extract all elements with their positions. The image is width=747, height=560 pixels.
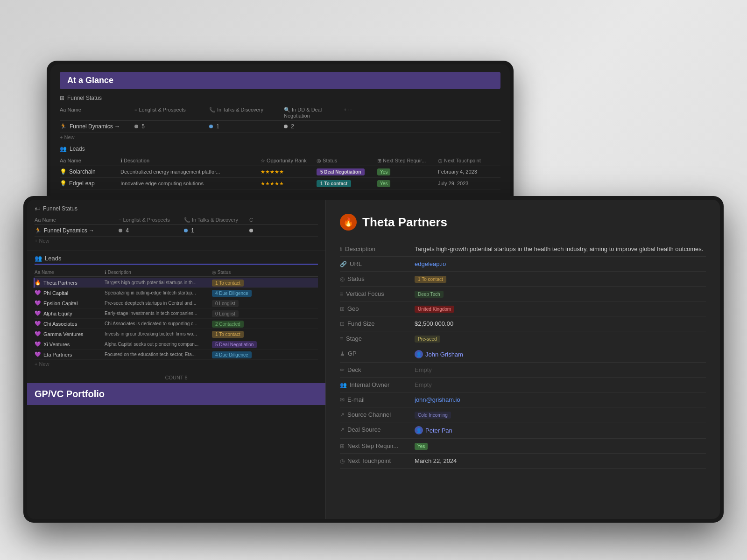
gp-icon: ♟ — [340, 350, 345, 357]
ft-table-header: Aa Name ≡ Longlist & Prospects 📞 In Talk… — [35, 216, 318, 225]
geo-badge: United Kingdom — [415, 306, 454, 313]
detail-internal-owner: 👥 Internal Owner Empty — [340, 378, 706, 392]
gp-person-link[interactable]: 👤 John Grisham — [415, 350, 706, 358]
phi-status: 4 Due Diligence — [212, 290, 252, 297]
info-icon: ℹ — [340, 246, 342, 252]
detail-deck: ✏ Deck Empty — [340, 363, 706, 378]
status-badge-edgeleap: 1 To contact — [317, 180, 351, 187]
gpvc-title: GP/VC Portfolio — [35, 389, 105, 399]
funnel-status-label: ⊞ Funnel Status — [60, 95, 500, 101]
source-icon: ↗ — [340, 412, 345, 418]
alpha-status: 0 Longlist — [212, 310, 239, 317]
fl-header: Aa Name ℹ Description ◎ Status — [35, 268, 318, 277]
status-badge-solarchain: 5 Deal Negotiation — [317, 168, 365, 175]
tablet-front-screen: 🏷 Funnel Status Aa Name ≡ Longlist & Pro… — [27, 200, 720, 519]
vertical-icon: ≡ — [340, 291, 343, 297]
link-icon: 🔗 — [340, 261, 347, 267]
next-step-icon: ⊞ — [340, 443, 345, 449]
detail-email: ✉ E-mail john@grisham.io — [340, 392, 706, 407]
tablet-back-screen: At a Glance ⊞ Funnel Status Aa Name ≡ Lo… — [50, 64, 510, 216]
tablet-back: At a Glance ⊞ Funnel Status Aa Name ≡ Lo… — [47, 61, 514, 219]
ft-funnel-label: 🏷 Funnel Status — [35, 205, 318, 212]
detail-geo: ⊞ Geo United Kingdom — [340, 301, 706, 316]
eta-status: 4 Due Diligence — [212, 351, 252, 358]
dot-5 — [134, 125, 138, 128]
partner-name: Theta Partners — [362, 215, 447, 230]
deck-icon: ✏ — [340, 367, 345, 373]
count-row: COUNT 8 — [27, 372, 325, 383]
detail-status: ◎ Status 1 To contact — [340, 272, 706, 287]
left-top-section: 🏷 Funnel Status Aa Name ≡ Longlist & Pro… — [27, 200, 325, 251]
leads-table-header: Aa Name ℹ Description ☆ Opportunity Rank… — [60, 156, 500, 166]
fund-icon: ⊡ — [340, 321, 345, 327]
leads-section-title: 👥 Leads — [35, 255, 318, 265]
col-header-dd: 🔍 In DD & Deal Negotiation — [284, 107, 340, 119]
dot-1 — [209, 125, 213, 128]
vertical-badge: Deep Tech — [415, 291, 444, 298]
leads-row-solarchain[interactable]: 💡 Solarchain Decentralized energy manage… — [60, 166, 500, 178]
email-icon: ✉ — [340, 397, 345, 403]
funnel-table-row[interactable]: 🏃Funnel Dynamics → 5 1 2 — [60, 121, 500, 133]
funnel-table-header: Aa Name ≡ Longlist & Prospects 📞 In Talk… — [60, 105, 500, 121]
detail-url: 🔗 URL edgeleap.io — [340, 257, 706, 272]
deal-source-icon-avatar: 👤 — [415, 426, 423, 434]
ft-table-row[interactable]: 🏃 Funnel Dynamics → 4 1 — [35, 225, 318, 237]
col-header-name: Aa Name — [60, 107, 134, 119]
theta-status: 1 To contact — [212, 280, 244, 287]
at-a-glance-header: At a Glance — [60, 72, 500, 89]
fl-row-xi[interactable]: 💜 Xi Ventures Alpha Capital seeks out pi… — [35, 339, 318, 350]
chi-status: 2 Contacted — [212, 321, 244, 328]
leads-new-entry[interactable]: + New — [35, 360, 318, 368]
next-step-edgeleap: Yes — [377, 180, 390, 187]
fl-row-alpha[interactable]: 💜 Alpha Equity Early-stage investments i… — [35, 308, 318, 319]
stage-badge: Pre-seed — [415, 336, 440, 343]
fl-row-gamma[interactable]: 💜 Gamma Ventures Invests in groundbreaki… — [35, 329, 318, 339]
tablet-front: 🏷 Funnel Status Aa Name ≡ Longlist & Pro… — [23, 196, 724, 523]
fl-row-phi[interactable]: 💜 Phi Capital Specializing in cutting-ed… — [35, 288, 318, 298]
next-step-badge: Yes — [415, 443, 428, 450]
detail-source-channel: ↗ Source Channel Cold Incoming — [340, 407, 706, 422]
fl-row-epsilon[interactable]: 💜 Epsilon Capital Pre-seed deeptech star… — [35, 298, 318, 308]
funnel-new-row[interactable]: + New — [60, 133, 500, 142]
fl-row-eta[interactable]: 💜 Eta Partners Focused on the education … — [35, 350, 318, 360]
next-step-solarchain: Yes — [377, 168, 390, 175]
left-panel: 🏷 Funnel Status Aa Name ≡ Longlist & Pro… — [27, 200, 326, 519]
epsilon-status: 0 Longlist — [212, 300, 239, 307]
ft-new-row[interactable]: + New — [35, 237, 318, 245]
deal-source-person[interactable]: 👤 Peter Pan — [415, 426, 706, 434]
status-icon: ◎ — [340, 276, 345, 282]
detail-next-step: ⊞ Next Step Requir... Yes — [340, 439, 706, 454]
touchpoint-icon: ◷ — [340, 458, 345, 464]
status-value-badge: 1 To contact — [415, 276, 446, 283]
partner-icon: 🔥 — [340, 214, 357, 231]
at-a-glance-title: At a Glance — [67, 76, 113, 85]
xi-status: 5 Deal Negotiation — [212, 341, 257, 348]
stage-icon: ≡ — [340, 336, 343, 342]
geo-icon: ⊞ — [340, 306, 345, 312]
detail-gp: ♟ GP 👤 John Grisham — [340, 346, 706, 363]
gp-person-icon: 👤 — [415, 350, 423, 358]
col-header-talks: 📞 In Talks & Discovery — [209, 107, 284, 119]
detail-deal-source: ↗ Deal Source 👤 Peter Pan — [340, 422, 706, 439]
deal-source-icon: ↗ — [340, 427, 345, 433]
right-panel: 🔥 Theta Partners ℹ Description Targets h… — [326, 200, 720, 519]
owner-icon: 👥 — [340, 382, 347, 388]
fl-row-chi[interactable]: 💜 Chi Associates Chi Associates is dedic… — [35, 319, 318, 329]
gamma-status: 1 To contact — [212, 331, 244, 338]
detail-vertical: ≡ Vertical Focus Deep Tech — [340, 287, 706, 301]
partner-header: 🔥 Theta Partners — [340, 214, 706, 231]
fl-row-theta[interactable]: 🔥 Theta Partners Targets high-growth pot… — [34, 278, 318, 288]
gpvc-bar: GP/VC Portfolio — [27, 383, 325, 405]
col-header-longlist: ≡ Longlist & Prospects — [134, 107, 209, 119]
leads-section: 👥 Leads Aa Name ℹ Description ◎ Status 🔥… — [27, 251, 325, 372]
source-channel-badge: Cold Incoming — [415, 412, 451, 419]
detail-next-touchpoint: ◷ Next Touchpoint March 22, 2024 — [340, 454, 706, 469]
detail-description: ℹ Description Targets high-growth potent… — [340, 242, 706, 257]
leads-sublabel: 👥 Leads — [60, 146, 500, 152]
leads-row-edgeleap[interactable]: 💡 EdgeLeap Innovative edge computing sol… — [60, 178, 500, 189]
detail-stage: ≡ Stage Pre-seed — [340, 331, 706, 346]
detail-fund-size: ⊡ Fund Size $2,500,000.00 — [340, 316, 706, 331]
dot-2 — [284, 125, 288, 128]
